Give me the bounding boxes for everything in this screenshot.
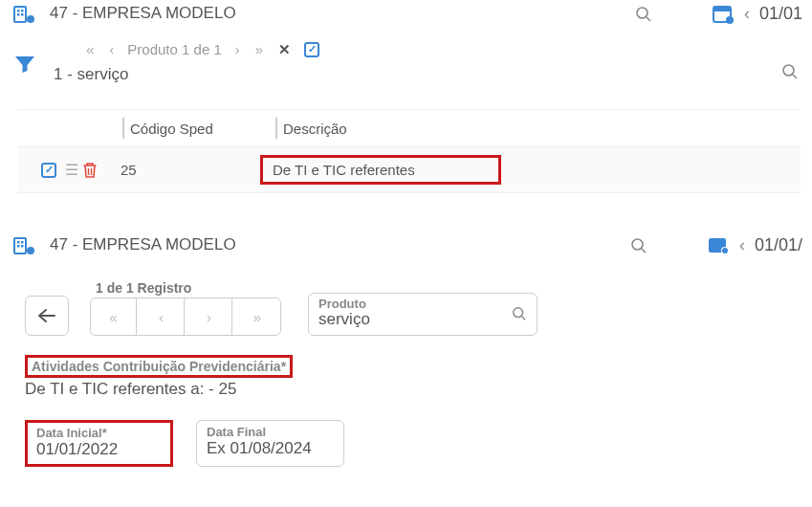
reg-last-icon[interactable]: » [234, 298, 280, 335]
svg-line-7 [647, 17, 650, 21]
svg-line-27 [522, 317, 526, 320]
reg-first-icon[interactable]: « [91, 298, 137, 335]
cell-desc: De TI e TIC referentes [260, 155, 501, 185]
company-input[interactable] [48, 0, 656, 28]
svg-rect-3 [17, 13, 20, 16]
pager-label: Produto 1 de 1 [123, 41, 225, 57]
activity-label: Atividades Contribuição Previdenciária* [25, 355, 293, 378]
svg-rect-18 [17, 245, 20, 248]
pager-prev-icon[interactable]: ‹ [103, 39, 120, 59]
clear-icon[interactable]: ✕ [273, 41, 296, 58]
search-icon[interactable] [630, 237, 647, 254]
calendar-icon[interactable] [712, 4, 735, 25]
pager-next-icon[interactable]: › [230, 39, 246, 59]
date-final-label: Data Final [207, 425, 334, 439]
company-input[interactable] [48, 231, 651, 259]
svg-rect-19 [21, 245, 24, 248]
register-pager: « ‹ › » [90, 298, 281, 336]
product-input[interactable] [52, 61, 802, 88]
svg-point-26 [514, 308, 523, 318]
activity-value: De TI e TIC referentes a: - 25 [25, 380, 795, 399]
date-prev-icon[interactable]: ‹ [744, 4, 750, 24]
svg-point-6 [637, 8, 647, 18]
svg-rect-17 [21, 241, 24, 244]
filter-icon[interactable] [10, 55, 40, 74]
date-initial-field[interactable]: Data Inicial* 01/01/2022 [25, 420, 173, 467]
register-count-label: 1 de 1 Registro [90, 280, 281, 296]
svg-point-21 [632, 239, 643, 250]
cell-code: 25 [107, 162, 260, 178]
svg-rect-16 [17, 241, 20, 244]
date-final-field[interactable]: Data Final Ex 01/08/2024 [196, 420, 344, 467]
svg-rect-9 [713, 7, 731, 11]
svg-point-20 [27, 247, 34, 254]
calendar-badge-icon[interactable] [707, 236, 730, 255]
row-checkbox[interactable] [41, 163, 56, 178]
date-display: 01/01 [759, 4, 802, 24]
date-final-placeholder: Ex 01/08/2024 [207, 439, 334, 458]
date-initial-value: 01/01/2022 [36, 440, 162, 459]
company-icon [10, 235, 40, 256]
pager-first-icon[interactable]: « [80, 39, 99, 59]
table-row[interactable]: ☰ 25 De TI e TIC referentes [17, 146, 801, 192]
product-field[interactable]: Produto serviço [308, 293, 538, 336]
svg-rect-15 [14, 238, 26, 254]
delete-icon[interactable] [82, 162, 107, 179]
col-header-code: Código Sped [130, 121, 213, 137]
drag-handle-icon[interactable]: ☰ [61, 161, 82, 179]
date-prev-icon[interactable]: ‹ [739, 235, 745, 255]
back-button[interactable] [25, 296, 69, 336]
pager-checkbox[interactable] [304, 42, 319, 57]
svg-rect-2 [21, 10, 24, 12]
search-icon[interactable] [781, 63, 799, 80]
svg-point-5 [27, 15, 34, 23]
svg-line-12 [793, 75, 797, 78]
date-display: 01/01/ [755, 235, 802, 255]
svg-line-22 [642, 249, 646, 253]
svg-rect-4 [21, 13, 24, 16]
pager-last-icon[interactable]: » [250, 39, 269, 59]
date-initial-label: Data Inicial* [36, 426, 162, 440]
search-icon[interactable] [635, 6, 652, 23]
company-icon [10, 4, 40, 25]
svg-rect-0 [14, 7, 26, 22]
svg-rect-1 [17, 10, 20, 12]
col-header-desc: Descrição [283, 121, 347, 137]
product-field-value: serviço [318, 310, 527, 329]
svg-point-10 [726, 16, 734, 24]
product-field-label: Produto [318, 298, 527, 310]
sped-table: Código Sped Descrição ☰ 25 De TI e TIC r… [17, 109, 801, 193]
search-icon[interactable] [512, 306, 527, 321]
svg-point-11 [783, 65, 794, 76]
reg-prev-icon[interactable]: ‹ [139, 298, 185, 335]
svg-point-25 [722, 248, 728, 254]
reg-next-icon[interactable]: › [187, 298, 232, 335]
